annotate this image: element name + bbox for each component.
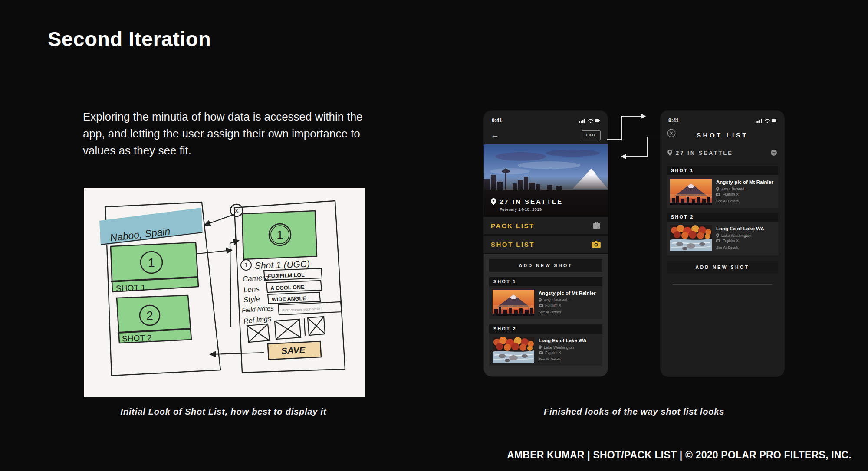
status-time: 9:41 [492,118,502,124]
shot1-location: Any Elevated ... [544,298,571,302]
screen-title: SHOT LIST [661,125,784,145]
shot2-title: Long Ex of Lake WA [716,226,764,231]
camera-small-icon [539,351,543,354]
trip-dates: February 14-18, 2019 [500,207,563,212]
shot2-camera: Fujifilm X [723,239,739,243]
camera-small-icon [716,239,720,242]
trip-title: 27 IN SEATTLE [676,150,733,156]
sketch-ref-imgs-label: Ref Imgs [243,315,271,325]
footer-credit: AMBER KUMAR | SHOT/PACK LIST | © 2020 PO… [507,449,852,461]
camera-icon [592,241,601,248]
list-divider [673,284,772,285]
rainier-thumbnail [670,179,712,205]
briefcase-icon [592,222,601,229]
pack-list-label: PACK LIST [491,222,535,229]
shot1-title: Angsty pic of Mt Rainier [716,180,773,185]
shot2-details-link[interactable]: See All Details [539,357,587,361]
sketch-field-lens-value: A COOL ONE [270,284,305,291]
shot1-card[interactable]: Angsty pic of Mt Rainier Any Elevated ..… [489,286,602,319]
shot1-camera: Fujifilm X [545,303,561,307]
edit-button[interactable]: EDIT [582,130,601,140]
pin-icon [716,187,719,191]
page-title: Second Iteration [48,27,211,51]
sketch-field-notes-value: don't murder your circle ! [282,306,322,312]
sketch-field-notes-label: Field Notes [242,304,274,314]
sketch-save-label: SAVE [281,345,306,356]
trip-title: 27 IN SEATTLE [500,198,563,205]
shot-list: SHOT 1 Angsty pic of Mt Rai [661,160,784,285]
trip-location-row: 27 IN SEATTLE [661,145,784,160]
sketch-field-lens-label: Lens [243,285,260,294]
shot-list-label: SHOT LIST [491,241,535,248]
sketch-field-camera-value: FUJIFILM LOL [268,272,305,279]
shot2-card[interactable]: Long Ex of Lake WA Lake Washington Fujif… [489,334,602,366]
camera-small-icon [716,193,720,196]
location-pin-icon [491,198,496,205]
status-bar: 9:41 [484,111,608,125]
shot2-title: Long Ex of Lake WA [539,338,587,343]
status-bar: 9:41 [661,111,784,125]
pin-icon [716,233,719,238]
presentation-slide: Second Iteration Exploring the minutia o… [0,0,868,471]
sketch-field-style-label: Style [243,295,260,304]
body-paragraph: Exploring the minutia of how data is acc… [83,108,378,159]
sketch-caption: Initial Look of Shot List, how best to d… [65,407,382,417]
shot2-camera: Fujifilm X [545,350,561,355]
sketch-shot2-number: 2 [146,309,153,322]
shot-list-header: SHOT LIST [661,125,784,145]
shot2-card[interactable]: Long Ex of Lake WA Lake Washington Fujif… [667,222,778,255]
trip-hero-photo: 27 IN SEATTLE February 14-18, 2019 [484,144,608,216]
location-pin-icon [667,150,672,156]
shot2-header: SHOT 2 [667,213,778,222]
phone-mockup-trip-detail: 9:41 ← EDIT [484,111,608,376]
shot1-location: Any Elevated ... [721,187,749,191]
sketch-image-number: 1 [276,228,283,242]
wireframe-sketch-drawing: Naboo, Spain 1 SHOT 1 2 SHOT 2 X [84,188,365,397]
sketch-shot1-number: 1 [148,256,155,269]
shot2-location: Lake Washington [544,345,574,350]
nav-bar: ← EDIT [484,125,608,144]
shot1-header: SHOT 1 [489,277,602,286]
sketch-close-glyph: X [234,207,239,214]
pack-list-row[interactable]: PACK LIST [484,216,608,234]
sketch-detail-number: 1 [244,262,248,268]
status-time: 9:41 [668,118,679,124]
sketch-shot1-label: SHOT 1 [116,283,146,293]
camera-small-icon [539,304,543,307]
shot2-location: Lake Washington [721,233,751,238]
status-icons [579,118,600,123]
shot1-details-link[interactable]: See All Details [539,310,596,314]
collapse-minus-icon[interactable] [770,149,777,156]
pin-icon [539,345,542,350]
sketch-field-style-value: WIDE ANGLE [272,295,306,303]
shot-list-section: ADD NEW SHOT SHOT 1 [484,253,608,376]
shot1-details-link[interactable]: See All Details [716,199,773,203]
phones-caption: Finished looks of the way shot list look… [484,407,784,417]
phone-mockup-shot-list: 9:41 SHOT LIST [661,111,784,376]
shot2-details-link[interactable]: See All Details [716,245,764,249]
status-icons [756,118,776,123]
close-icon[interactable] [667,129,676,137]
shot1-title: Angsty pic of Mt Rainier [539,291,596,296]
sketch-shot2-label: SHOT 2 [122,333,152,343]
shot1-header: SHOT 1 [667,166,778,175]
add-new-shot-button[interactable]: ADD NEW SHOT [667,261,778,274]
lake-thumbnail [493,337,534,363]
lake-thumbnail [670,225,712,251]
shot1-card[interactable]: Angsty pic of Mt Rainier Any Elevated ..… [667,175,778,208]
wireframe-sketch-photo: Naboo, Spain 1 SHOT 1 2 SHOT 2 X [84,188,365,397]
rainier-thumbnail [493,290,534,316]
shot1-camera: Fujifilm X [723,192,739,196]
shot2-header: SHOT 2 [489,324,602,334]
back-arrow-icon[interactable]: ← [491,131,499,139]
add-new-shot-button[interactable]: ADD NEW SHOT [489,259,602,272]
pin-icon [539,298,542,302]
shot-list-row[interactable]: SHOT LIST [484,234,608,253]
